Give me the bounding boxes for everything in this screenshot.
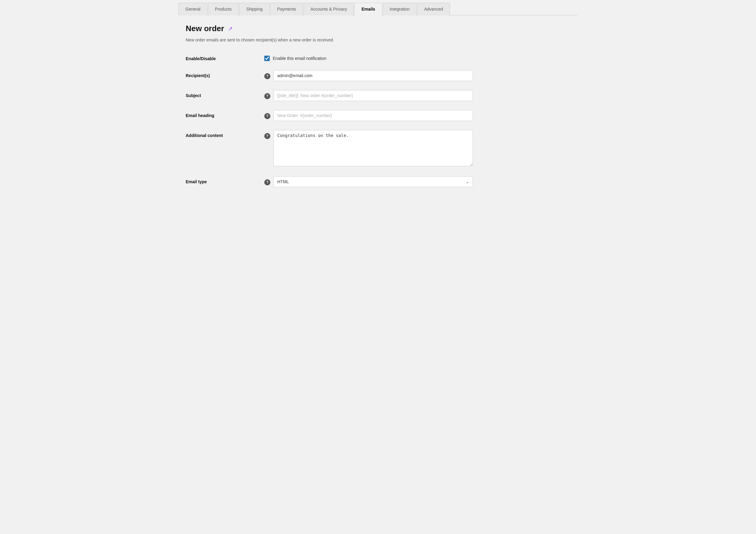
help-icon-recipients[interactable]: ? xyxy=(264,73,270,79)
field-additional-content: ? xyxy=(264,130,570,167)
form-row-enable-disable: Enable/Disable Enable this email notific… xyxy=(186,53,570,61)
field-recipients: ? xyxy=(264,70,570,81)
tab-products[interactable]: Products xyxy=(208,3,239,15)
form-row-subject: Subject ? xyxy=(186,90,570,101)
email-heading-input[interactable] xyxy=(273,110,473,121)
email-type-select-wrapper: HTML Plain text Multipart ⌄ xyxy=(273,176,570,187)
tab-general[interactable]: General xyxy=(178,3,207,15)
tab-accounts-privacy[interactable]: Accounts & Privacy xyxy=(304,3,354,15)
tabs-container: General Products Shipping Payments Accou… xyxy=(178,0,578,15)
help-icon-email-heading[interactable]: ? xyxy=(264,113,270,119)
checkbox-row: Enable this email notification xyxy=(264,53,326,61)
edit-icon[interactable]: ↗ xyxy=(228,25,233,32)
email-type-select[interactable]: HTML Plain text Multipart xyxy=(273,176,473,187)
help-icon-subject[interactable]: ? xyxy=(264,93,270,99)
help-icon-email-type[interactable]: ? xyxy=(264,179,270,185)
tab-advanced[interactable]: Advanced xyxy=(417,3,450,15)
recipients-input[interactable] xyxy=(273,70,473,81)
form-row-email-heading: Email heading ? xyxy=(186,110,570,121)
tab-emails[interactable]: Emails xyxy=(354,3,382,15)
field-email-type: ? HTML Plain text Multipart ⌄ xyxy=(264,176,570,187)
email-type-select-container: HTML Plain text Multipart ⌄ xyxy=(273,176,473,187)
form-row-additional-content: Additional content ? xyxy=(186,130,570,167)
checkbox-label: Enable this email notification xyxy=(273,56,326,61)
page-title: New order xyxy=(186,24,224,33)
form-row-recipients: Recipient(s) ? xyxy=(186,70,570,81)
field-email-heading: ? xyxy=(264,110,570,121)
label-additional-content: Additional content xyxy=(186,130,264,138)
subject-input-wrapper xyxy=(273,90,570,101)
recipients-input-wrapper xyxy=(273,70,570,81)
email-heading-input-wrapper xyxy=(273,110,570,121)
page-title-row: New order ↗ xyxy=(186,24,570,33)
content-area: New order ↗ New order emails are sent to… xyxy=(178,15,578,208)
field-subject: ? xyxy=(264,90,570,101)
tab-payments[interactable]: Payments xyxy=(270,3,303,15)
additional-content-input-wrapper xyxy=(273,130,570,167)
label-recipients: Recipient(s) xyxy=(186,70,264,78)
page-wrapper: General Products Shipping Payments Accou… xyxy=(178,0,578,208)
additional-content-textarea[interactable] xyxy=(273,130,473,166)
subject-input[interactable] xyxy=(273,90,473,101)
page-description: New order emails are sent to chosen reci… xyxy=(186,38,570,42)
label-email-heading: Email heading xyxy=(186,110,264,118)
tab-shipping[interactable]: Shipping xyxy=(239,3,270,15)
label-email-type: Email type xyxy=(186,176,264,184)
form-row-email-type: Email type ? HTML Plain text Multipart ⌄ xyxy=(186,176,570,187)
help-icon-additional-content[interactable]: ? xyxy=(264,133,270,139)
tab-integration[interactable]: Integration xyxy=(383,3,417,15)
enable-email-checkbox[interactable] xyxy=(264,56,270,61)
field-enable-disable: Enable this email notification xyxy=(264,53,570,61)
label-subject: Subject xyxy=(186,90,264,98)
label-enable-disable: Enable/Disable xyxy=(186,53,264,61)
